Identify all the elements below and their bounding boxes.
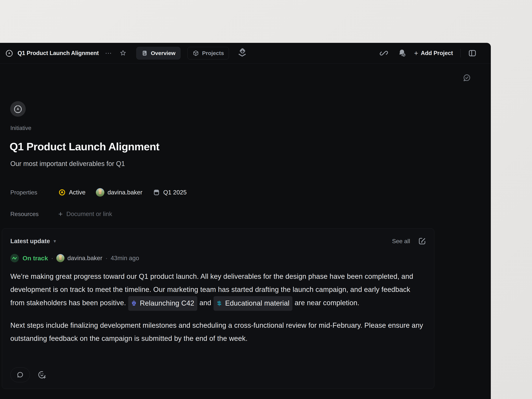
add-reaction-button[interactable] xyxy=(37,370,47,380)
app-window: Q1 Product Launch Alignment ⋯ Overview P… xyxy=(0,43,491,399)
see-all-link[interactable]: See all xyxy=(392,238,410,245)
comment-bubble-icon xyxy=(16,371,24,379)
page-title: Q1 Product Launch Alignment xyxy=(10,140,159,153)
add-project-button[interactable]: + Add Project xyxy=(414,50,453,56)
on-track-pulse-icon xyxy=(10,254,19,262)
add-project-label: Add Project xyxy=(421,50,453,56)
update-meta-row: On track · davina.baker · 43min ago xyxy=(10,254,139,262)
plus-icon: + xyxy=(58,211,63,217)
breadcrumb-title: Q1 Product Launch Alignment xyxy=(18,50,99,56)
update-card-header: Latest update ▾ See all xyxy=(10,237,426,246)
properties-label: Properties xyxy=(10,189,58,196)
status-chip[interactable]: Active xyxy=(58,189,86,196)
layers-plus-icon xyxy=(237,48,247,58)
target-date-chip[interactable]: Q1 2025 xyxy=(153,189,187,196)
speech-check-icon xyxy=(462,74,471,82)
robot-icon xyxy=(130,300,137,307)
header-divider xyxy=(460,49,461,57)
initiative-avatar[interactable] xyxy=(10,101,26,117)
chevron-down-icon: ▾ xyxy=(54,238,56,244)
tab-projects[interactable]: Projects xyxy=(188,47,229,59)
resources-label: Resources xyxy=(10,211,58,218)
paragraph-text: and xyxy=(200,299,211,307)
notifications-button[interactable] xyxy=(397,48,407,58)
breadcrumb[interactable]: Q1 Product Launch Alignment xyxy=(5,49,99,57)
tab-projects-label: Projects xyxy=(202,50,224,56)
comment-button[interactable] xyxy=(10,368,30,382)
update-paragraph-1: We’re making great progress toward our Q… xyxy=(10,270,426,311)
signpost-icon xyxy=(216,300,223,307)
compose-update-button[interactable] xyxy=(418,237,426,245)
sidebar-toggle-button[interactable] xyxy=(468,48,477,58)
owner-chip[interactable]: davina.baker xyxy=(96,188,142,197)
page-description: Our most important deliverables for Q1 xyxy=(10,160,125,168)
add-resource-label: Document or link xyxy=(66,211,112,218)
add-view-button[interactable] xyxy=(237,48,247,58)
update-status-badge[interactable]: On track xyxy=(23,255,48,262)
dot-separator: · xyxy=(51,255,53,262)
status-label: Active xyxy=(69,189,86,196)
latest-update-card: Latest update ▾ See all On track · davin… xyxy=(2,228,434,389)
status-active-icon xyxy=(58,189,66,196)
document-icon xyxy=(141,50,148,56)
bell-check-icon xyxy=(397,49,406,58)
target-date-label: Q1 2025 xyxy=(163,189,187,196)
mention-chip-relaunching-c42[interactable]: Relaunching C42 xyxy=(128,296,197,311)
favorite-star-button[interactable] xyxy=(119,49,127,57)
mention-chip-label: Educational material xyxy=(225,297,290,310)
author-avatar xyxy=(56,254,64,262)
mountain-arrow-icon xyxy=(13,104,23,114)
tab-overview-label: Overview xyxy=(151,50,176,56)
latest-update-title: Latest update xyxy=(10,238,50,245)
more-options-button[interactable]: ⋯ xyxy=(104,50,113,56)
latest-update-dropdown[interactable]: Latest update ▾ xyxy=(10,238,56,245)
edit-icon xyxy=(418,237,426,245)
header-actions: + Add Project xyxy=(379,48,477,58)
owner-avatar xyxy=(96,188,104,197)
properties-row: Properties Active davina.baker Q1 2025 xyxy=(10,187,197,198)
add-resource-button[interactable]: + Document or link xyxy=(58,211,112,218)
calendar-icon xyxy=(153,189,160,196)
update-actions xyxy=(10,368,47,382)
emoji-plus-icon xyxy=(37,370,47,380)
link-icon xyxy=(380,49,388,58)
plus-icon: + xyxy=(414,50,418,56)
update-body: We’re making great progress toward our Q… xyxy=(10,270,426,345)
mention-chip-label: Relaunching C42 xyxy=(140,297,194,310)
cube-icon xyxy=(192,50,199,56)
mention-chip-educational-material[interactable]: Educational material xyxy=(214,296,292,311)
panel-icon xyxy=(468,49,477,58)
update-paragraph-2: Next steps include finalizing developmen… xyxy=(10,319,426,345)
initiative-logo-icon xyxy=(5,49,13,57)
resources-row: Resources + Document or link xyxy=(10,209,112,219)
tab-overview[interactable]: Overview xyxy=(136,47,180,59)
update-timestamp: 43min ago xyxy=(111,255,139,262)
paragraph-text: are near completion. xyxy=(295,299,359,307)
owner-name: davina.baker xyxy=(108,189,142,196)
dot-separator: · xyxy=(106,255,108,262)
header-bar: Q1 Product Launch Alignment ⋯ Overview P… xyxy=(0,43,491,64)
copy-link-button[interactable] xyxy=(379,48,389,58)
author-name: davina.baker xyxy=(67,255,102,262)
type-label: Initiative xyxy=(10,125,32,131)
comment-check-button[interactable] xyxy=(462,74,471,82)
